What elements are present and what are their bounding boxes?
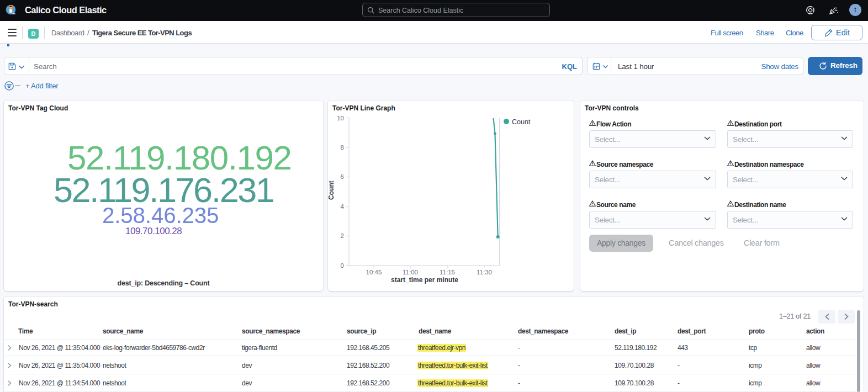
svg-text:11:00: 11:00 (403, 269, 418, 276)
svg-text:start_time per minute: start_time per minute (391, 276, 458, 284)
svg-text:6: 6 (341, 173, 344, 180)
svg-text:Count: Count (512, 118, 531, 126)
svg-text:0: 0 (341, 262, 344, 269)
svg-text:Count: Count (327, 181, 335, 200)
svg-text:10: 10 (337, 115, 344, 121)
svg-text:10:45: 10:45 (366, 269, 382, 276)
svg-text:11:30: 11:30 (477, 269, 492, 276)
svg-text:4: 4 (341, 203, 345, 210)
svg-text:8: 8 (341, 144, 344, 151)
svg-text:2: 2 (341, 232, 344, 239)
svg-text:11:15: 11:15 (440, 269, 455, 276)
